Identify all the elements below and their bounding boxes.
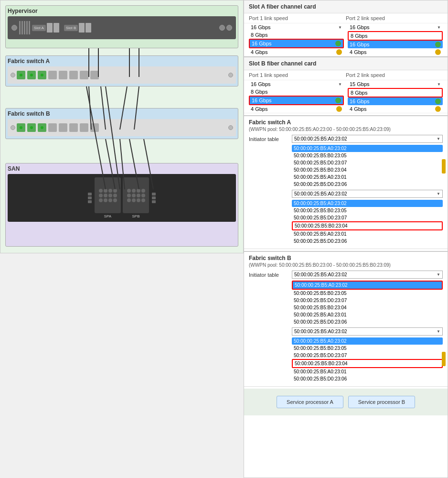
- port-rect: [79, 23, 85, 33]
- wwpn-item[interactable]: 50:00:00:25:B5:D0:23:07: [292, 352, 443, 359]
- dropdown-value: 50:00:00:25:B5:A0:23:02: [294, 136, 347, 141]
- status-dot-yellow: [435, 49, 441, 55]
- server-circle: [11, 25, 17, 31]
- fabric-b-dropdown[interactable]: 50:00:00:25:B5:A0:23:02 ▼: [292, 271, 443, 279]
- wwpn-item[interactable]: 50:00:00:25:B5:B0:23:04: [292, 304, 443, 311]
- fabric-b-label: Fabric switch B: [8, 110, 236, 117]
- wwpn-item[interactable]: 50:00:00:25:B5:D0:23:07: [292, 297, 443, 304]
- fabric-a-diagram: Fabric switch A: [5, 55, 238, 87]
- service-proc-b-button[interactable]: Service processor B: [348, 396, 415, 408]
- wwpn-item-highlighted-selected[interactable]: 50:00:00:25:B5:A0:23:02: [292, 281, 443, 290]
- fabric-a-panel: Fabric switch A (WWPN pool: 50:00:00:25:…: [244, 115, 448, 249]
- wwpn-item[interactable]: 50:00:00:25:B5:A0:23:02: [292, 200, 443, 207]
- dropdown-arrow-icon: ▼: [338, 25, 342, 30]
- server-line: [19, 21, 21, 34]
- wwpn-item[interactable]: 50:00:00:25:B5:B0:23:05: [292, 152, 443, 159]
- speed-item[interactable]: 16 Gbps ▼: [249, 23, 344, 31]
- fabric-b-dropdown-2[interactable]: 50:00:00:25:B5:A0:23:02 ▼: [292, 327, 443, 336]
- initiator-dropdown-2[interactable]: 50:00:00:25:B5:A0:23:02 ▼: [292, 190, 443, 198]
- slot-a-card: Slot A fiber channel card Port 1 link sp…: [244, 0, 448, 56]
- speed-item-selected[interactable]: 16 Gbps: [348, 41, 443, 48]
- switch-port: [27, 123, 36, 132]
- speed-item[interactable]: 4 Gbps: [249, 48, 344, 56]
- speed-item-selected[interactable]: 16 Gbps: [249, 96, 344, 105]
- wwpn-item[interactable]: 50:00:00:25:B5:A0:23:02: [292, 145, 443, 152]
- wwpn-item[interactable]: 50:00:00:25:B5:D0:23:06: [292, 238, 443, 245]
- wwpn-item[interactable]: 50:00:00:25:B5:D0:23:07: [292, 214, 443, 221]
- switch-circle: [11, 125, 15, 130]
- status-dot-green: [335, 41, 341, 46]
- switch-b-ports: [17, 123, 227, 132]
- speed-item[interactable]: 8 Gbps: [249, 88, 344, 96]
- speed-text: 4 Gbps: [350, 106, 366, 112]
- slot-b-title: Slot B fiber channel card: [244, 57, 448, 70]
- wwpn-item[interactable]: 50:00:00:25:B5:D0:23:06: [292, 318, 443, 326]
- slot-a-port2-speeds: 16 Gbps ▼ 8 Gbps 16 Gbps 4 Gbps: [346, 23, 445, 56]
- switch-port: [80, 123, 88, 132]
- initiator-dropdown[interactable]: 50:00:00:25:B5:A0:23:02 ▼: [292, 135, 443, 143]
- wwpn-item[interactable]: 50:00:00:25:B5:A0:23:01: [292, 368, 443, 375]
- fabric-a-list2-container: 50:00:00:25:B5:A0:23:02 50:00:00:25:B5:B…: [244, 200, 448, 245]
- slot-b-label: Slot B: [64, 25, 78, 31]
- san-section: SAN: [5, 163, 238, 247]
- wwpn-item[interactable]: 50:00:00:25:B5:B0:23:05: [292, 290, 443, 297]
- speed-item[interactable]: 4 Gbps: [249, 105, 344, 113]
- diagram-panel: Hypervisor Slot A Slot B: [0, 0, 244, 253]
- fabric-b-panel-title: Fabric switch B: [244, 252, 448, 262]
- speed-item[interactable]: 16 Gbps ▼: [348, 23, 443, 31]
- speed-item[interactable]: 16 Gbps ▼: [249, 80, 344, 88]
- wwpn-item[interactable]: 50:00:00:25:B5:A0:23:01: [292, 311, 443, 318]
- speed-text: 16 Gbps: [251, 24, 271, 30]
- slot-b-port2-header: Port 2 link speed: [346, 72, 443, 78]
- fabric-a-list2: 50:00:00:25:B5:A0:23:02 50:00:00:25:B5:B…: [292, 200, 443, 245]
- wwpn-item[interactable]: 50:00:00:25:B5:D0:23:06: [292, 375, 443, 382]
- fabric-b-initiator-row-1: Initiator table 50:00:00:25:B5:A0:23:02 …: [244, 270, 448, 280]
- speed-text: 16 Gbps: [350, 24, 370, 30]
- wwpn-item[interactable]: 50:00:00:25:B5:A0:23:02: [292, 337, 443, 345]
- slot-a-title: Slot A fiber channel card: [244, 0, 448, 13]
- server-circle-right2: [226, 25, 232, 31]
- slot-b-group: Slot B: [64, 23, 91, 33]
- wwpn-item[interactable]: 50:00:00:25:B5:D0:23:06: [292, 181, 443, 188]
- wwpn-item[interactable]: 50:00:00:25:B5:D0:23:07: [292, 159, 443, 166]
- slot-b-port1-header: Port 1 link speed: [249, 72, 346, 78]
- hypervisor-label: Hypervisor: [8, 8, 236, 14]
- status-dot-yellow: [336, 106, 342, 112]
- speed-item-selected[interactable]: 16 Gbps: [348, 98, 443, 105]
- speed-item[interactable]: 4 Gbps: [348, 48, 443, 56]
- wwpn-item-highlighted[interactable]: 50:00:00:25:B5:B0:23:04: [292, 359, 443, 368]
- wwpn-item[interactable]: 50:00:00:25:B5:B0:23:05: [292, 345, 443, 352]
- yellow-indicator: [442, 159, 446, 174]
- port-rect: [53, 23, 59, 33]
- status-dot-green: [335, 98, 341, 103]
- slot-b-port1-speeds: 16 Gbps ▼ 8 Gbps 16 Gbps 4 Gbps: [247, 80, 346, 113]
- switch-port: [38, 123, 46, 132]
- wwpn-item-highlighted[interactable]: 50:00:00:25:B5:B0:23:04: [292, 221, 443, 230]
- wwpn-item[interactable]: 50:00:00:25:B5:B0:23:04: [292, 166, 443, 174]
- speed-item[interactable]: 8 Gbps: [249, 31, 344, 39]
- san-side-right: [152, 193, 156, 203]
- server-line: [21, 21, 23, 34]
- wwpn-item[interactable]: 50:00:00:25:B5:B0:23:05: [292, 207, 443, 214]
- switch-circle: [11, 73, 15, 77]
- san-speaker-a: SPA: [95, 177, 121, 218]
- slot-a-port1-speeds: 16 Gbps ▼ 8 Gbps 16 Gbps 4 Gbps: [247, 23, 346, 56]
- hypervisor-section: Hypervisor Slot A Slot B: [5, 5, 238, 48]
- slot-a-port2-header: Port 2 link speed: [346, 15, 443, 21]
- dropdown-value-2: 50:00:00:25:B5:A0:23:02: [294, 191, 347, 196]
- dropdown-arrow-icon: ▼: [338, 82, 342, 87]
- san-label: SAN: [8, 165, 236, 172]
- speed-item[interactable]: 15 Gbps ▼: [348, 80, 443, 88]
- speed-item[interactable]: 4 Gbps: [348, 105, 443, 113]
- speed-item-highlighted[interactable]: 8 Gbps: [348, 31, 443, 41]
- switch-port: [17, 71, 25, 79]
- wwpn-item[interactable]: 50:00:00:25:B5:A0:23:01: [292, 174, 443, 181]
- server-circle-right: [219, 25, 225, 31]
- speed-item-highlighted[interactable]: 8 Gbps: [348, 88, 443, 98]
- wwpn-item[interactable]: 50:00:00:25:B5:A0:23:01: [292, 230, 443, 238]
- fabric-b-list2-container: 50:00:00:25:B5:A0:23:02 50:00:00:25:B5:B…: [244, 337, 448, 382]
- service-proc-a-button[interactable]: Service processor A: [277, 396, 343, 408]
- slot-b-port2-speeds: 15 Gbps ▼ 8 Gbps 16 Gbps 4 Gbps: [346, 80, 445, 113]
- server-unit: Slot A Slot B: [8, 16, 236, 39]
- speed-item-selected[interactable]: 16 Gbps: [249, 39, 344, 48]
